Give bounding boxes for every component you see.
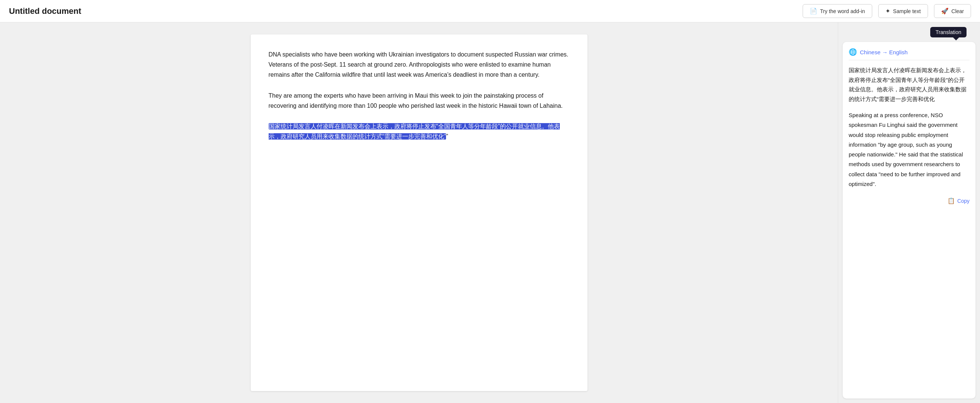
paragraph-2: They are among the experts who have been… [269, 91, 570, 111]
paragraph-3: 国家统计局发言人付凌晖在新闻发布会上表示，政府将停止发布“全国青年人等分年龄段”… [269, 121, 570, 142]
main-layout: DNA specialists who have been working wi… [0, 22, 980, 403]
translation-header: 🌐 Chinese → English [849, 48, 969, 60]
translation-tooltip: Translation [930, 27, 967, 37]
document-page: DNA specialists who have been working wi… [251, 34, 587, 391]
source-chinese-text: 国家统计局发言人付凌晖在新闻发布会上表示，政府将停止发布“全国青年人等分年龄段”… [849, 65, 969, 104]
right-panel: Translation 🌐 Chinese → English 国家统计局发言人… [838, 22, 980, 403]
clear-button[interactable]: 🚀 Clear [934, 4, 971, 18]
translated-english-text: Speaking at a press conference, NSO spok… [849, 110, 969, 189]
star-icon: ✦ [885, 8, 890, 14]
word-addin-button[interactable]: 📄 Try the word add-in [803, 4, 872, 18]
copy-button[interactable]: 📋 Copy [849, 196, 969, 206]
globe-icon: 🌐 [849, 48, 857, 56]
top-bar: Untitled document 📄 Try the word add-in … [0, 0, 980, 22]
rocket-icon: 🚀 [941, 8, 948, 14]
language-label: Chinese → English [860, 49, 908, 56]
highlighted-chinese-text[interactable]: 国家统计局发言人付凌晖在新闻发布会上表示，政府将停止发布“全国青年人等分年龄段”… [269, 123, 560, 140]
word-icon: 📄 [810, 8, 817, 14]
paragraph-1: DNA specialists who have been working wi… [269, 49, 570, 80]
document-title: Untitled document [9, 6, 797, 16]
sample-text-button[interactable]: ✦ Sample text [878, 4, 928, 18]
document-area: DNA specialists who have been working wi… [0, 22, 838, 403]
copy-icon: 📋 [947, 197, 955, 204]
translation-card: 🌐 Chinese → English 国家统计局发言人付凌晖在新闻发布会上表示… [843, 42, 975, 398]
